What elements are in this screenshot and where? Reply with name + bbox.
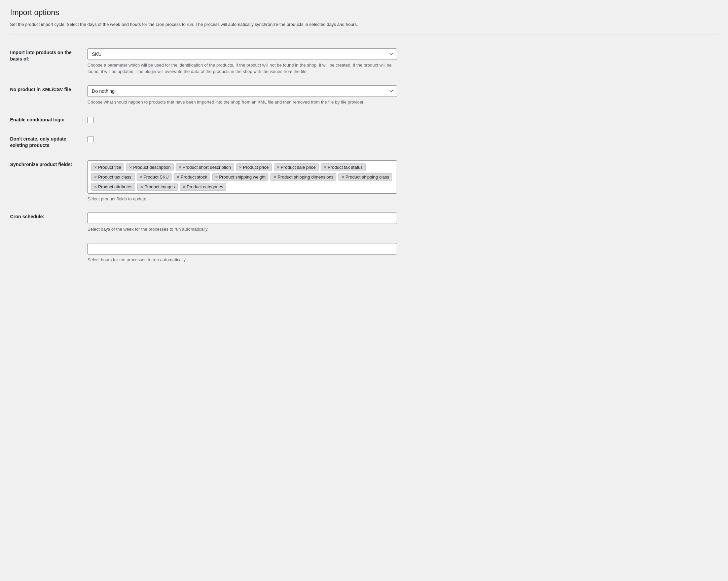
no-product-cell: Do nothing Unpublish Delete Choose what … bbox=[84, 80, 718, 111]
import-basis-row: Import into products on the basis of: SK… bbox=[10, 43, 718, 80]
sync-field-tag[interactable]: ×Product sale price bbox=[274, 163, 319, 171]
sync-field-tag[interactable]: ×Product title bbox=[91, 163, 124, 171]
sync-fields-label: Synchronize product fields: bbox=[10, 155, 84, 208]
tag-label: Product attributes bbox=[98, 184, 133, 189]
sync-field-tag[interactable]: ×Product images bbox=[137, 183, 178, 191]
sync-field-tag[interactable]: ×Product SKU bbox=[136, 173, 172, 181]
conditional-logic-label: Enable conditional logic bbox=[10, 111, 84, 130]
section-divider bbox=[10, 35, 718, 35]
sync-fields-tags-container[interactable]: ×Product title×Product description×Produ… bbox=[87, 160, 397, 194]
sync-fields-row: Synchronize product fields: ×Product tit… bbox=[10, 155, 718, 208]
import-basis-select[interactable]: SKU ID Slug bbox=[87, 49, 397, 60]
tag-remove-icon[interactable]: × bbox=[323, 165, 326, 170]
tag-label: Product title bbox=[98, 165, 122, 170]
cron-days-cell: Select days of the week for the processe… bbox=[84, 208, 718, 238]
only-update-cell bbox=[84, 130, 718, 155]
sync-field-tag[interactable]: ×Product attributes bbox=[91, 183, 135, 191]
tag-label: Product images bbox=[144, 184, 175, 189]
tag-label: Product description bbox=[133, 165, 171, 170]
only-update-row: Don't create, only update existing produ… bbox=[10, 130, 718, 155]
no-product-select[interactable]: Do nothing Unpublish Delete bbox=[87, 85, 397, 97]
only-update-checkbox[interactable] bbox=[87, 136, 94, 142]
conditional-logic-wrapper bbox=[87, 117, 714, 123]
sync-fields-cell: ×Product title×Product description×Produ… bbox=[84, 155, 718, 208]
tag-label: Product tax class bbox=[98, 174, 132, 179]
sync-field-tag[interactable]: ×Product shipping class bbox=[338, 173, 392, 181]
only-update-wrapper bbox=[87, 136, 714, 142]
cron-days-row: Cron schedule: Select days of the week f… bbox=[10, 208, 718, 238]
sync-field-tag[interactable]: ×Product tax status bbox=[320, 163, 366, 171]
tag-label: Product shipping class bbox=[345, 174, 389, 179]
import-options-form: Import into products on the basis of: SK… bbox=[10, 43, 718, 268]
conditional-logic-cell bbox=[84, 111, 718, 130]
tag-remove-icon[interactable]: × bbox=[277, 165, 280, 170]
only-update-label: Don't create, only update existing produ… bbox=[10, 130, 84, 155]
tag-remove-icon[interactable]: × bbox=[179, 165, 181, 170]
no-product-row: No product in XML/CSV file Do nothing Un… bbox=[10, 80, 718, 111]
conditional-logic-row: Enable conditional logic bbox=[10, 111, 718, 130]
tag-remove-icon[interactable]: × bbox=[239, 165, 242, 170]
tag-remove-icon[interactable]: × bbox=[129, 165, 132, 170]
tag-remove-icon[interactable]: × bbox=[341, 174, 344, 179]
cron-days-input[interactable] bbox=[87, 213, 397, 224]
sync-field-tag[interactable]: ×Product shipping weight bbox=[212, 173, 269, 181]
sync-field-tag[interactable]: ×Product categories bbox=[180, 183, 226, 191]
tag-label: Product SKU bbox=[143, 174, 168, 179]
sync-field-tag[interactable]: ×Product short description bbox=[176, 163, 234, 171]
tag-label: Product sale price bbox=[281, 165, 316, 170]
sync-field-tag[interactable]: ×Product description bbox=[126, 163, 174, 171]
tag-remove-icon[interactable]: × bbox=[94, 165, 97, 170]
conditional-logic-checkbox[interactable] bbox=[87, 117, 94, 123]
no-product-description: Choose what should happen to products th… bbox=[87, 99, 397, 106]
cron-hours-description: Select hours for the processes to run au… bbox=[87, 256, 397, 263]
cron-hours-input[interactable] bbox=[87, 243, 397, 254]
tag-label: Product price bbox=[243, 165, 269, 170]
tag-remove-icon[interactable]: × bbox=[177, 174, 179, 179]
page-title: Import options bbox=[10, 8, 718, 17]
cron-hours-label bbox=[10, 238, 84, 268]
sync-field-tag[interactable]: ×Product stock bbox=[174, 173, 210, 181]
tag-remove-icon[interactable]: × bbox=[94, 184, 97, 189]
tag-label: Product shipping weight bbox=[219, 174, 265, 179]
tag-remove-icon[interactable]: × bbox=[140, 184, 143, 189]
cron-hours-row: Select hours for the processes to run au… bbox=[10, 238, 718, 268]
tag-remove-icon[interactable]: × bbox=[215, 174, 218, 179]
import-basis-cell: SKU ID Slug Choose a parameter which wil… bbox=[84, 43, 718, 80]
sync-field-tag[interactable]: ×Product shipping dimensions bbox=[270, 173, 336, 181]
tag-remove-icon[interactable]: × bbox=[183, 184, 185, 189]
tag-label: Product short description bbox=[183, 165, 231, 170]
cron-hours-cell: Select hours for the processes to run au… bbox=[84, 238, 718, 268]
page-description: Set the product import cycle. Select the… bbox=[10, 21, 718, 28]
tag-label: Product categories bbox=[187, 184, 223, 189]
tag-remove-icon[interactable]: × bbox=[274, 174, 276, 179]
sync-field-tag[interactable]: ×Product price bbox=[236, 163, 272, 171]
cron-days-description: Select days of the week for the processe… bbox=[87, 226, 397, 233]
tag-label: Product tax status bbox=[328, 165, 363, 170]
tag-remove-icon[interactable]: × bbox=[94, 174, 97, 179]
sync-field-tag[interactable]: ×Product tax class bbox=[91, 173, 135, 181]
import-basis-label: Import into products on the basis of: bbox=[10, 43, 84, 80]
import-basis-description: Choose a parameter which will be used fo… bbox=[87, 62, 397, 75]
sync-fields-description: Select product fields to update. bbox=[87, 196, 397, 202]
tag-label: Product stock bbox=[181, 174, 207, 179]
no-product-label: No product in XML/CSV file bbox=[10, 80, 84, 111]
tag-label: Product shipping dimensions bbox=[278, 174, 333, 179]
cron-days-label: Cron schedule: bbox=[10, 208, 84, 238]
tag-remove-icon[interactable]: × bbox=[139, 174, 142, 179]
